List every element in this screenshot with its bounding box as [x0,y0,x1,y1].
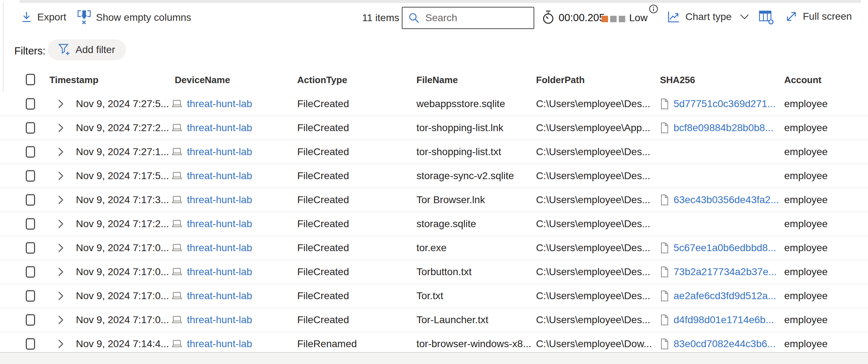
search-input[interactable] [425,12,516,24]
cell-folderpath: C:\Users\employee\Des... [536,308,657,332]
cell-actiontype: FileCreated [297,308,412,332]
column-header-account[interactable]: Account [784,68,821,92]
expand-row-icon[interactable] [57,92,64,116]
row-checkbox[interactable] [26,170,35,182]
full-screen-icon [785,10,798,23]
expand-row-icon[interactable] [57,164,64,188]
table-row: Nov 9, 2024 7:17:3...threat-hunt-labFile… [0,188,868,212]
cell-account: employee [784,164,863,188]
row-checkbox[interactable] [26,242,35,254]
customize-columns-button[interactable] [758,9,774,26]
device-link[interactable]: threat-hunt-lab [187,242,252,254]
cell-filename: Tor-Launcher.txt [416,308,535,332]
document-icon [660,314,669,326]
cell-sha256: d4fd98d01e1714e6b... [660,308,782,332]
chart-type-label: Chart type [685,11,732,23]
chart-type-button[interactable]: Chart type [667,10,749,24]
table-footer [0,352,868,364]
expand-row-icon[interactable] [57,308,64,332]
download-icon [21,11,32,24]
device-link[interactable]: threat-hunt-lab [187,122,252,134]
device-link[interactable]: threat-hunt-lab [187,98,252,110]
expand-row-icon[interactable] [57,116,64,140]
export-button[interactable]: Export [21,11,66,24]
cell-devicename: threat-hunt-lab [171,308,282,332]
cell-timestamp: Nov 9, 2024 7:17:0... [76,284,169,308]
cell-actiontype: FileCreated [297,164,412,188]
select-all-checkbox[interactable] [26,74,35,85]
column-header-actiontype[interactable]: ActionType [297,68,347,92]
query-duration: 00:00.205 [559,12,605,24]
row-checkbox[interactable] [26,122,35,134]
sha256-link[interactable]: bcf8e09884b28b0b8... [674,122,773,134]
expand-row-icon[interactable] [57,236,64,260]
device-link[interactable]: threat-hunt-lab [187,194,252,206]
column-header-devicename[interactable]: DeviceName [175,68,230,92]
laptop-icon [171,291,183,301]
device-link[interactable]: threat-hunt-lab [187,314,252,326]
column-header-folderpath[interactable]: FolderPath [536,68,585,92]
cell-sha256: 63ec43b0356de43fa2... [660,188,782,212]
cell-sha256 [660,212,782,236]
cell-folderpath: C:\Users\employee\Des... [536,140,657,164]
table-row: Nov 9, 2024 7:17:2...threat-hunt-labFile… [0,212,868,236]
cell-account: employee [784,116,863,140]
expand-row-icon[interactable] [57,140,64,164]
cell-filename: webappsstore.sqlite [416,92,535,116]
expand-row-icon[interactable] [57,212,64,236]
cell-actiontype: FileCreated [297,212,412,236]
cell-timestamp: Nov 9, 2024 7:17:0... [76,260,169,284]
show-empty-columns-button[interactable]: Show empty columns [77,10,191,25]
table-row: Nov 9, 2024 7:27:5...threat-hunt-labFile… [0,92,868,116]
cell-filename: tor-shopping-list.lnk [416,116,535,140]
row-checkbox[interactable] [26,338,35,350]
sha256-link[interactable]: 83e0cd7082e44c3b6... [674,338,776,350]
cell-actiontype: FileCreated [297,236,412,260]
column-header-filename[interactable]: FileName [416,68,458,92]
sha256-link[interactable]: 73b2a217734a2b37e... [674,266,777,278]
sha256-link[interactable]: ae2afe6cd3fd9d512a... [674,290,776,302]
laptop-icon [171,147,183,157]
row-checkbox[interactable] [26,146,35,158]
cell-account: employee [784,284,863,308]
device-link[interactable]: threat-hunt-lab [187,290,252,302]
search-box[interactable] [402,7,534,29]
cell-timestamp: Nov 9, 2024 7:17:3... [76,188,169,212]
device-link[interactable]: threat-hunt-lab [187,338,252,350]
device-link[interactable]: threat-hunt-lab [187,146,252,158]
expand-row-icon[interactable] [57,188,64,212]
column-header-timestamp[interactable]: Timestamp [49,68,98,92]
row-checkbox[interactable] [26,290,35,302]
expand-row-icon[interactable] [57,260,64,284]
cell-devicename: threat-hunt-lab [171,140,282,164]
row-checkbox[interactable] [26,194,35,206]
document-icon [660,122,669,134]
stopwatch-icon [541,10,555,25]
table-row: Nov 9, 2024 7:17:0...threat-hunt-labFile… [0,236,868,260]
device-link[interactable]: threat-hunt-lab [187,170,252,182]
full-screen-button[interactable]: Full screen [785,10,852,23]
row-checkbox[interactable] [26,266,35,278]
table-row: Nov 9, 2024 7:17:0...threat-hunt-labFile… [0,284,868,308]
cell-filename: Tor Browser.lnk [416,188,535,212]
export-label: Export [37,11,66,23]
sha256-link[interactable]: d4fd98d01e1714e6b... [674,314,774,326]
sha256-link[interactable]: 5c67ee1a0b6edbbd8... [674,242,776,254]
info-icon[interactable] [649,4,658,15]
cell-actiontype: FileCreated [297,92,412,116]
sha256-link[interactable]: 5d77751c0c369d271... [674,98,776,110]
expand-row-icon[interactable] [57,284,64,308]
row-checkbox[interactable] [26,314,35,326]
cell-timestamp: Nov 9, 2024 7:27:1... [76,140,169,164]
document-icon [660,98,669,110]
sha256-link[interactable]: 63ec43b0356de43fa2... [674,194,779,206]
cell-timestamp: Nov 9, 2024 7:27:5... [76,92,169,116]
device-link[interactable]: threat-hunt-lab [187,218,252,230]
cell-folderpath: C:\Users\employee\Des... [536,164,657,188]
cell-folderpath: C:\Users\employee\Des... [536,284,657,308]
column-header-sha256[interactable]: SHA256 [660,68,695,92]
add-filter-button[interactable]: Add filter [48,39,126,60]
device-link[interactable]: threat-hunt-lab [187,266,252,278]
row-checkbox[interactable] [26,98,35,110]
row-checkbox[interactable] [26,218,35,230]
